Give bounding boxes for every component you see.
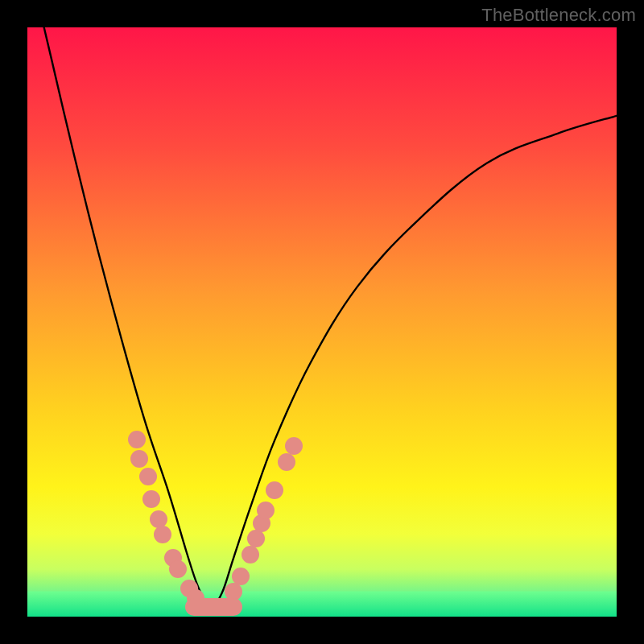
curve-marker [169,560,187,578]
watermark-text: TheBottleneck.com [481,5,636,26]
curve-marker [257,502,275,519]
curve-marker [266,481,283,499]
bottleneck-curve [27,27,617,617]
curve-marker [142,490,160,508]
curve-marker [139,468,157,485]
curve-marker [130,450,148,468]
curve-bottom-pill [185,598,242,616]
plot-area [27,27,617,617]
curve-marker [285,437,303,455]
curve-marker [242,546,259,564]
curve-marker [154,526,171,543]
chart-frame: TheBottleneck.com [0,0,644,644]
